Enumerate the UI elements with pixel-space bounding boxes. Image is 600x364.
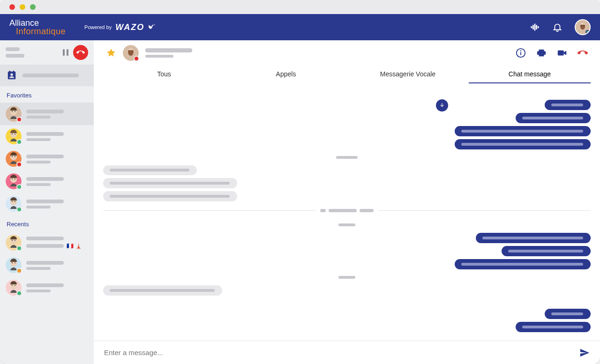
svg-rect-48 [128,50,134,52]
powered-label: Powered by [84,24,112,30]
message-input[interactable] [104,349,573,357]
svg-rect-0 [531,26,532,28]
powered-by: Powered by WAZO [84,22,156,32]
chat-header [94,40,600,66]
svg-point-41 [15,262,15,263]
timestamp-marker [103,156,591,159]
svg-rect-1 [532,25,533,29]
maximize-window-dot[interactable] [30,4,36,10]
svg-point-32 [12,201,13,202]
svg-point-36 [12,240,13,241]
chat-bubble-sent[interactable] [502,246,591,256]
hangup-button[interactable] [73,45,88,60]
chat-bubble-sent[interactable] [455,259,591,269]
status-dot [16,162,22,167]
phone-icon[interactable] [575,45,590,60]
sidebar: Favorites Recents 🇫🇷 🗼 [0,40,94,364]
chat-bubble-recv[interactable] [103,165,197,176]
svg-rect-4 [538,26,539,28]
chat-bubble-sent[interactable] [476,233,591,243]
svg-point-45 [15,285,15,286]
star-icon[interactable] [106,48,116,58]
chat-bubble-sent[interactable] [516,113,591,123]
send-icon[interactable] [579,348,590,358]
chat-scroll[interactable] [94,83,600,341]
contact-row[interactable] [0,103,94,125]
svg-point-29 [15,178,15,179]
powered-brand: WAZO [115,22,144,32]
svg-point-8 [581,25,582,26]
chat-bubble-sent[interactable] [455,126,591,136]
sound-icon[interactable] [530,22,540,32]
svg-point-44 [12,285,13,286]
contact-row[interactable] [0,254,94,276]
contact-row[interactable] [0,193,94,215]
svg-point-11 [10,73,13,76]
contact-row[interactable] [0,125,94,148]
svg-rect-3 [536,25,537,29]
tab-chat[interactable]: Chat message [469,66,591,83]
svg-point-21 [15,134,15,134]
svg-rect-50 [520,52,521,55]
close-window-dot[interactable] [9,4,15,10]
svg-rect-52 [558,51,564,56]
chat-bubble-recv[interactable] [103,178,237,188]
bird-icon [148,23,156,31]
contact-avatar[interactable] [123,45,139,61]
svg-rect-12 [9,71,11,73]
main-panel: Tous Appels Messagerie Vocale Chat messa… [94,40,600,364]
print-icon[interactable] [536,48,547,58]
chat-tabs: Tous Appels Messagerie Vocale Chat messa… [94,66,600,83]
scroll-down-button[interactable] [436,99,448,111]
svg-point-37 [15,240,15,241]
status-dot [16,139,22,145]
minimize-window-dot[interactable] [20,4,25,10]
svg-rect-7 [580,25,585,27]
status-dot [16,207,22,212]
status-dot [16,290,22,296]
date-separator [103,209,591,212]
status-dot [16,245,22,251]
video-icon[interactable] [557,48,567,58]
svg-point-20 [12,134,13,134]
svg-point-28 [12,178,13,179]
search-row[interactable] [0,65,94,86]
svg-rect-2 [534,24,535,31]
titlebar [0,0,600,14]
contacts-icon [7,70,17,81]
current-call-row [0,40,94,65]
composer [94,341,600,364]
brand-logo: Alliance Informatique [9,19,66,36]
favorites-label: Favorites [0,86,94,103]
svg-point-25 [15,156,15,157]
contact-row[interactable]: 🇫🇷 🗼 [0,231,94,254]
app-window: Alliance Informatique Powered by WAZO [0,0,600,364]
tab-voicemail[interactable]: Messagerie Vocale [347,66,469,83]
status-online-dot [585,30,590,34]
chat-bubble-sent[interactable] [545,100,591,110]
brand-line1: Alliance [9,19,66,27]
status-dot [16,184,22,190]
topbar: Alliance Informatique Powered by WAZO [0,14,600,40]
pause-icon[interactable] [63,49,68,56]
status-dot [16,268,22,274]
tab-tous[interactable]: Tous [103,66,225,83]
recents-label: Recents [0,215,94,231]
tab-appels[interactable]: Appels [225,66,347,83]
chat-bubble-recv[interactable] [103,191,237,201]
contact-row[interactable] [0,276,94,299]
user-avatar[interactable] [575,19,591,35]
chat-bubble-recv[interactable] [103,285,222,296]
chat-bubble-sent[interactable] [455,139,591,149]
info-icon[interactable] [516,48,526,58]
status-dot [16,117,22,122]
svg-rect-13 [13,71,15,73]
svg-point-16 [12,111,13,112]
bell-icon[interactable] [552,22,562,32]
svg-point-17 [15,111,15,112]
chat-bubble-sent[interactable] [545,309,591,319]
contact-row[interactable] [0,170,94,193]
chat-bubble-sent[interactable] [516,322,591,332]
timestamp-marker [103,276,591,279]
contact-row[interactable] [0,148,94,170]
